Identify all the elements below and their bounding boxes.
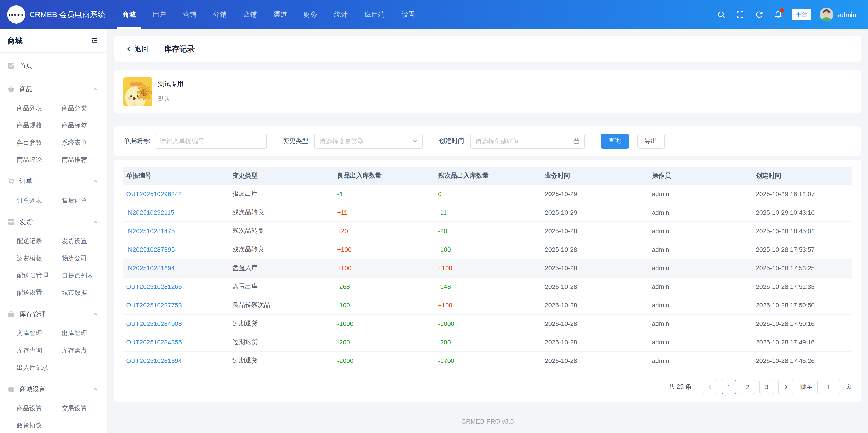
change-type-select-input[interactable] [315,134,412,148]
chevron-up-icon [93,311,98,317]
cell-defect-qty: +100 [435,265,542,272]
back-button[interactable]: 返回 [126,44,148,53]
order-no-link[interactable]: OUT202510284855 [126,339,182,346]
pagination-page-3[interactable]: 3 [760,380,774,394]
col-order-no: 单据编号 [123,172,230,180]
cell-operator: admin [649,246,753,253]
change-type-select[interactable] [314,133,423,149]
cell-change-type: 良品转残次品 [230,301,335,309]
export-button[interactable]: 导出 [637,133,664,149]
platform-badge[interactable]: 平台 [792,8,811,20]
sidebar-item[interactable]: 类目参数 [17,139,62,147]
menu-fold-icon[interactable] [90,37,98,45]
sidebar-item[interactable]: 商品评论 [17,156,62,164]
nav-item-app[interactable]: 应用端 [364,0,385,29]
avatar[interactable] [819,8,833,21]
nav-item-statistics[interactable]: 统计 [334,0,348,29]
order-no-link[interactable]: OUT202510296242 [126,190,182,197]
sidebar-item[interactable]: 发货设置 [62,237,107,245]
cell-change-type: 盘盈入库 [230,264,335,272]
sidebar-menu: 首页 商品 商品列表商品分类 商品规格商品标签 类目参数系统表单 商品评论商品推… [0,53,107,433]
cell-biz-time: 2025-10-28 [542,320,649,327]
order-no-link[interactable]: IN202510281694 [126,265,175,272]
search-button[interactable]: 查询 [600,133,629,149]
search-icon[interactable] [717,10,725,19]
sidebar-group-orders[interactable]: 订单 [0,171,107,192]
order-no-link[interactable]: IN202510281475 [126,227,175,235]
sidebar-item[interactable]: 政策协议 [17,422,62,430]
sidebar-item[interactable]: 交易设置 [62,404,107,413]
sidebar-item[interactable]: 入库管理 [17,330,62,338]
sidebar-group-mall-settings[interactable]: 商城设置 [0,378,107,400]
sidebar-header: 商城 [0,29,107,53]
nav-item-store[interactable]: 店铺 [243,0,257,29]
sidebar-item[interactable]: 商品推荐 [62,156,107,164]
nav-item-distribution[interactable]: 分销 [213,0,226,29]
sidebar-item-stock-records[interactable]: 出入库记录 [17,364,62,372]
nav-item-finance[interactable]: 财务 [304,0,317,29]
cell-good-qty: +11 [335,209,435,216]
sidebar-item-label: 首页 [20,61,33,70]
nav-item-users[interactable]: 用户 [152,0,166,29]
sidebar-item[interactable]: 自提点列表 [62,272,107,280]
notification-bell-icon[interactable] [774,10,782,19]
sidebar-item[interactable]: 商品设置 [17,404,62,413]
order-no-input[interactable] [155,134,266,148]
chevron-up-icon [93,219,98,225]
cell-good-qty: -200 [335,339,435,346]
sidebar-item[interactable]: 商品列表 [17,104,62,113]
table-row: IN202510292115 残次品转良 +11 -11 2025-10-29 … [123,204,852,222]
records-table-card: 单据编号 变更类型 良品出入库数量 残次品出入库数量 业务时间 操作员 创建时间… [114,159,861,402]
table-row: IN202510287395 残次品转良 +100 -100 2025-10-2… [123,241,852,259]
sidebar-item[interactable]: 系统表单 [62,139,107,147]
date-picker-input[interactable] [470,134,573,148]
date-picker[interactable] [470,133,584,149]
order-no-link[interactable]: OUT202510287753 [126,302,182,309]
order-no-link[interactable]: IN202510292115 [126,209,174,216]
pagination-prev-button[interactable] [703,380,717,394]
sidebar-item[interactable]: 商品分类 [62,104,107,113]
sidebar-item[interactable]: 订单列表 [17,196,62,205]
pagination-page-1[interactable]: 1 [721,380,736,394]
sidebar-item[interactable]: 配送设置 [17,289,62,297]
order-no-link[interactable]: OUT202510284908 [126,320,182,327]
product-card: 测试专用 默认 [114,70,861,114]
order-no-link[interactable]: OUT202510281394 [126,357,182,364]
cell-created-time: 2025-10-28 17:50:16 [753,320,852,327]
sidebar-group-goods[interactable]: 商品 [0,78,107,100]
sidebar-group-label: 商城设置 [20,385,46,394]
goods-icon [7,85,15,93]
col-biz-time: 业务时间 [542,172,649,180]
cell-created-time: 2025-10-28 17:53:25 [753,265,852,272]
sidebar-item[interactable]: 售后订单 [62,196,107,205]
sidebar-item[interactable]: 商品标签 [62,122,107,130]
nav-item-settings[interactable]: 设置 [401,0,415,29]
pagination-jump-input[interactable] [817,380,840,394]
nav-item-channel[interactable]: 渠道 [274,0,287,29]
sidebar-group-delivery[interactable]: 发货 [0,211,107,233]
sidebar-title: 商城 [7,35,23,46]
cell-change-type: 报废出库 [230,190,335,198]
sidebar-item[interactable]: 配送员管理 [17,272,62,280]
sidebar-item-home[interactable]: 首页 [0,55,107,76]
sidebar-item[interactable]: 出库管理 [62,330,107,338]
fullscreen-icon[interactable] [736,10,745,19]
sidebar-item[interactable]: 商品规格 [17,122,62,130]
sidebar-item[interactable]: 运费模板 [17,254,62,262]
refresh-icon[interactable] [754,10,764,19]
order-no-link[interactable]: IN202510287395 [126,246,175,253]
sidebar-item[interactable]: 配送记录 [17,237,62,245]
order-no-link[interactable]: OUT202510281266 [126,283,182,290]
col-good-qty: 良品出入库数量 [335,172,435,180]
nav-item-marketing[interactable]: 营销 [183,0,196,29]
nav-item-mall[interactable]: 商城 [122,0,135,29]
sidebar-item[interactable]: 库存查询 [17,347,62,355]
sidebar-group-inventory[interactable]: 库存管理 [0,303,107,325]
username[interactable]: admin [838,11,856,18]
pagination-page-2[interactable]: 2 [741,380,755,394]
sidebar-item[interactable]: 物流公司 [62,254,107,262]
pagination-next-button[interactable] [778,380,793,394]
page-title: 库存记录 [164,43,195,54]
sidebar-item[interactable]: 城市数据 [62,289,107,297]
sidebar-item[interactable]: 库存盘点 [62,347,107,355]
